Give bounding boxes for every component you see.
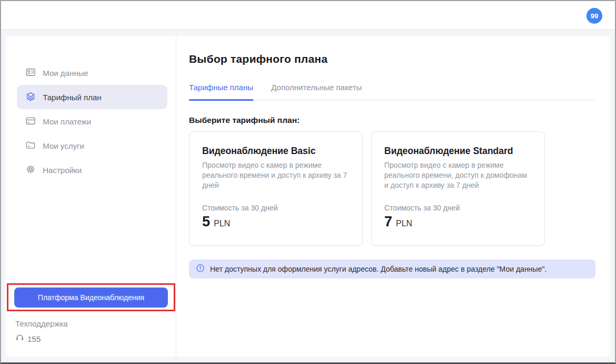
sidebar: Мои данные Тарифный план <box>5 36 176 357</box>
top-bar: 99 <box>1 1 615 30</box>
notice-text: Нет доступных для оформления услуги адре… <box>210 265 547 273</box>
price-row: 7 PLN <box>384 214 532 230</box>
page-title: Выбор тарифного плана <box>189 52 611 66</box>
sidebar-item-label: Тарифный план <box>43 93 101 102</box>
plan-name: Видеонаблюдение Standard <box>384 146 532 157</box>
tab-additional-packages[interactable]: Дополнительные пакеты <box>271 74 362 100</box>
plan-name: Видеонаблюдение Basic <box>202 146 349 157</box>
plan-card-basic[interactable]: Видеонаблюдение Basic Просмотр видео с к… <box>189 131 363 246</box>
sidebar-item-label: Мои данные <box>43 69 88 78</box>
no-address-notice: Нет доступных для оформления услуги адре… <box>189 260 595 279</box>
folder-icon <box>25 140 36 152</box>
plan-card-standard[interactable]: Видеонаблюдение Standard Просмотр видео … <box>371 131 545 246</box>
credit-card-icon <box>25 116 36 128</box>
gear-icon <box>25 164 36 176</box>
headset-icon <box>15 333 24 344</box>
section-heading: Выберите тарифный план: <box>189 116 611 125</box>
sidebar-menu: Мои данные Тарифный план <box>5 36 176 182</box>
platform-button[interactable]: Платформа Видеонаблюдения <box>14 288 168 308</box>
annotation-highlight: Платформа Видеонаблюдения <box>7 283 175 311</box>
support-phone: 155 <box>15 333 41 344</box>
price-label: Стоимость за 30 дней <box>202 204 349 212</box>
sidebar-item-label: Мои услуги <box>43 141 84 150</box>
plan-description: Просмотр видео с камер в режиме реальног… <box>384 160 532 190</box>
sidebar-item-my-data[interactable]: Мои данные <box>5 61 176 85</box>
plan-description: Просмотр видео с камер в режиме реальног… <box>202 160 349 190</box>
price-currency: PLN <box>396 219 412 228</box>
sidebar-item-label: Настройки <box>43 166 82 175</box>
price-value: 5 <box>202 214 210 230</box>
support-phone-number: 155 <box>27 334 41 343</box>
sidebar-item-settings[interactable]: Настройки <box>5 158 176 182</box>
tab-bar: Тарифные планы Дополнительные пакеты <box>189 74 595 100</box>
price-value: 7 <box>384 214 392 230</box>
sidebar-item-label: Мои платежи <box>43 117 91 126</box>
tab-tariff-plans[interactable]: Тарифные планы <box>189 74 253 100</box>
support-label: Техподдержка <box>15 319 68 328</box>
price-currency: PLN <box>214 219 230 228</box>
sidebar-item-tariff-plan[interactable]: Тарифный план <box>17 85 167 109</box>
main-content: Выбор тарифного плана Тарифные планы Доп… <box>176 36 611 357</box>
plan-cards: Видеонаблюдение Basic Просмотр видео с к… <box>189 131 611 246</box>
sidebar-item-my-payments[interactable]: Мои платежи <box>5 109 176 133</box>
info-icon <box>196 264 205 274</box>
price-label: Стоимость за 30 дней <box>384 204 532 212</box>
app-window: 99 Мои данные <box>0 0 616 364</box>
content-panel: Мои данные Тарифный план <box>5 36 611 357</box>
notification-badge[interactable]: 99 <box>586 8 602 24</box>
sidebar-item-my-services[interactable]: Мои услуги <box>5 133 176 158</box>
layers-icon <box>25 91 36 103</box>
id-card-icon <box>25 67 36 79</box>
price-row: 5 PLN <box>202 214 349 230</box>
